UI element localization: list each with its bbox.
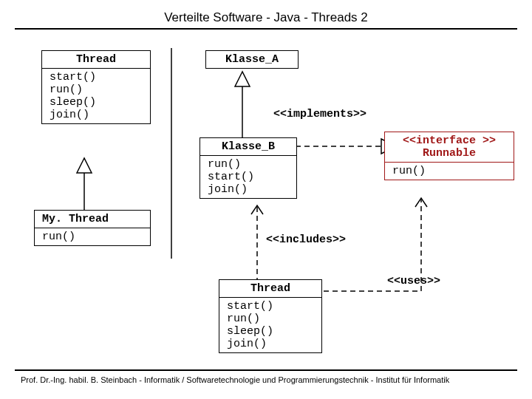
interface-runnable: <<interface >> Runnable run(): [384, 132, 514, 180]
class-klasse-b: Klasse_B run() start() join(): [200, 137, 297, 199]
page-title: Verteilte Software - Java - Threads 2: [0, 10, 532, 25]
label-uses: <<uses>>: [387, 275, 440, 287]
class-thread: Thread start() run() sleep() join(): [41, 50, 151, 124]
class-thread-bottom: Thread start() run() sleep() join(): [219, 279, 322, 353]
interface-runnable-head: <<interface >> Runnable: [385, 132, 514, 163]
class-thread-methods: start() run() sleep() join(): [42, 69, 150, 123]
class-thread-bottom-methods: start() run() sleep() join(): [219, 298, 321, 352]
svg-marker-3: [235, 72, 250, 86]
class-thread-name: Thread: [42, 51, 150, 69]
label-includes: <<includes>>: [266, 233, 346, 246]
class-klasse-b-methods: run() start() join(): [200, 156, 296, 198]
class-mythread-name: My. Thread: [35, 211, 150, 228]
divider-top: [15, 28, 517, 30]
class-thread-bottom-name: Thread: [219, 280, 321, 298]
interface-runnable-methods: run(): [385, 163, 514, 180]
class-mythread-methods: run(): [35, 228, 150, 245]
class-klasse-a-name: Klasse_A: [206, 51, 298, 68]
label-implements: <<implements>>: [273, 108, 366, 120]
class-mythread: My. Thread run(): [34, 210, 151, 246]
divider-bottom: [15, 369, 517, 371]
svg-marker-1: [77, 158, 92, 173]
class-klasse-a: Klasse_A: [205, 50, 299, 69]
class-klasse-b-name: Klasse_B: [200, 138, 296, 156]
page-footer: Prof. Dr.-Ing. habil. B. Steinbach - Inf…: [21, 375, 449, 384]
